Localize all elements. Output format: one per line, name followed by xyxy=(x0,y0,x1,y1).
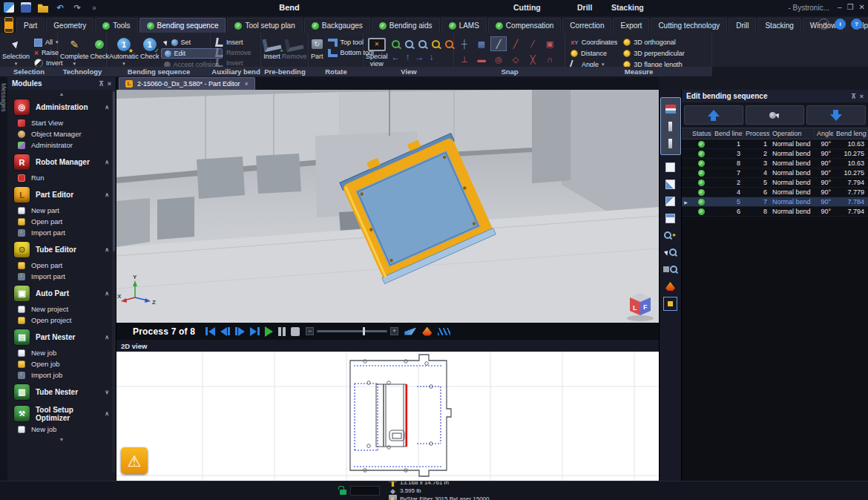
lock-button[interactable] xyxy=(340,486,380,496)
sidebar-item[interactable]: Run xyxy=(11,172,112,183)
iso-view-3-button[interactable] xyxy=(662,194,679,208)
canvas-2d[interactable] xyxy=(116,352,681,481)
ribbon-tab[interactable]: Bending aids xyxy=(372,18,440,33)
ribbon-tab[interactable]: Tool setup plan xyxy=(227,18,302,33)
rotate-part-button[interactable]: Part xyxy=(311,35,323,60)
snap-intersection-icon[interactable] xyxy=(525,52,541,67)
measure-distance-button[interactable]: Distance xyxy=(571,49,617,57)
pan-down-icon[interactable]: ↓ xyxy=(430,53,434,62)
step-back-button[interactable] xyxy=(220,327,230,336)
sidebar-group-header[interactable]: Tool Setup Optimizer xyxy=(11,404,112,424)
move-down-button[interactable] xyxy=(806,105,866,125)
table-row[interactable]: 3 2 Normal bend 90° 10.275 xyxy=(682,149,868,159)
pin-icon[interactable]: ⊼ xyxy=(99,80,104,88)
zoom-in-icon[interactable] xyxy=(392,40,400,48)
app-icon[interactable] xyxy=(4,2,14,13)
snap-endpoint-icon[interactable] xyxy=(507,36,524,51)
sidebar-item[interactable]: Administrator xyxy=(11,139,112,151)
selection-button[interactable]: Selection▾ xyxy=(2,35,30,68)
snap-region-icon[interactable] xyxy=(542,36,558,51)
sidebar-item[interactable]: Import part xyxy=(11,271,112,282)
slider-thumb[interactable] xyxy=(363,327,365,335)
zoom-select-button[interactable] xyxy=(662,245,679,260)
ribbon-tab[interactable]: Tools xyxy=(95,18,137,33)
sidebar-item[interactable]: Import job xyxy=(11,369,112,381)
chevron-icon[interactable] xyxy=(105,334,109,341)
show-die-button[interactable] xyxy=(662,102,679,116)
sidebar-item[interactable]: Import part xyxy=(11,227,112,238)
remove-auxiliary-button[interactable]: Remove xyxy=(213,48,254,57)
snap-quadrant-icon[interactable] xyxy=(507,52,524,67)
ribbon-tab[interactable]: Cutting technology xyxy=(651,18,727,33)
simulation-icon[interactable] xyxy=(438,328,450,335)
sidebar-item[interactable]: Open project xyxy=(11,315,112,326)
snap-tangent-icon[interactable] xyxy=(542,52,558,67)
table-row[interactable]: 8 3 Normal bend 90° 10.63 xyxy=(682,159,868,168)
chevron-icon[interactable] xyxy=(105,246,109,253)
measure-3d-orthogonal-button[interactable]: 3D orthogonal xyxy=(623,38,685,46)
insert-auxiliary-button[interactable]: Insert xyxy=(213,38,254,47)
table-row[interactable]: 6 8 Normal bend 90° 7.794 xyxy=(682,207,868,217)
sidebar-group-header[interactable]: Tube Editor xyxy=(11,240,112,260)
chevron-icon[interactable] xyxy=(105,191,109,198)
save-icon[interactable] xyxy=(21,2,31,13)
upload-icon[interactable]: ↑ xyxy=(818,19,829,30)
snap-grid-icon[interactable] xyxy=(473,36,490,51)
sidebar-item[interactable]: New job xyxy=(11,424,112,435)
snap-perpendicular-icon[interactable] xyxy=(456,52,473,67)
table-row[interactable]: 5 7 Normal bend 90° 7.784 xyxy=(682,197,868,207)
document-tab[interactable]: 2-15060-0_Dx_3.580* - Part Editor × xyxy=(119,77,255,90)
table-row[interactable]: 7 4 Normal bend 90° 10.275 xyxy=(682,168,868,178)
scroll-up-icon[interactable]: ▲ xyxy=(11,91,112,97)
measure-3d-perpendicular-button[interactable]: 3D perpendicular xyxy=(623,49,685,57)
chevron-icon[interactable] xyxy=(105,290,109,297)
table-row[interactable]: 2 5 Normal bend 90° 7.794 xyxy=(682,178,868,188)
ribbon-tab[interactable]: Export xyxy=(613,18,649,33)
chevron-icon[interactable] xyxy=(105,389,109,395)
close-button[interactable]: ✕ xyxy=(859,3,865,11)
module-drill[interactable]: Drill xyxy=(577,3,592,12)
open-folder-icon[interactable] xyxy=(38,2,48,13)
sidebar-group-header[interactable]: Part Editor xyxy=(11,185,112,205)
show-collisions-button[interactable] xyxy=(662,279,679,294)
sidebar-item[interactable]: New job xyxy=(11,347,112,358)
snap-line-icon[interactable] xyxy=(490,36,507,51)
snap-center-icon[interactable] xyxy=(490,52,507,67)
undo-icon[interactable]: ↶ xyxy=(55,2,65,13)
pan-up-icon[interactable]: ↑ xyxy=(406,53,410,62)
ribbon-tab[interactable]: Compensation xyxy=(488,18,561,33)
ribbon-tab[interactable]: Correction xyxy=(562,18,611,33)
stop-button[interactable] xyxy=(291,327,300,336)
table-row[interactable]: 1 1 Normal bend 90° 10.63 xyxy=(682,139,868,149)
complete-button[interactable]: ✎ Complete▾ xyxy=(60,35,89,68)
sidebar-group-header[interactable]: Part Nester xyxy=(11,327,112,347)
application-menu-button[interactable] xyxy=(4,17,13,33)
close-icon[interactable]: × xyxy=(245,80,249,88)
speed-slider[interactable] xyxy=(317,330,387,332)
iso-view-1-button[interactable] xyxy=(662,159,679,174)
iso-view-2-button[interactable] xyxy=(662,177,679,191)
pick-sequence-button[interactable] xyxy=(746,105,805,125)
snap-point-icon[interactable] xyxy=(456,36,473,51)
sidebar-item[interactable]: Object Manager xyxy=(11,128,112,139)
ribbon-tab[interactable]: Part xyxy=(16,18,45,33)
help-icon[interactable]: ? xyxy=(851,19,862,30)
zoom-out-icon[interactable] xyxy=(405,40,413,48)
zoom-all-button[interactable]: ★ xyxy=(662,228,679,243)
pin-icon[interactable]: ⊼ xyxy=(851,93,856,100)
zoom-selection-icon[interactable] xyxy=(445,40,453,48)
pan-right-icon[interactable]: → xyxy=(415,53,424,62)
insert-prebend-button[interactable]: + Insert xyxy=(263,35,280,60)
move-up-button[interactable] xyxy=(684,105,743,125)
snap-midpoint-icon[interactable] xyxy=(525,36,541,51)
close-icon[interactable]: × xyxy=(860,93,864,100)
orientation-cube[interactable]: L F xyxy=(627,293,654,321)
pan-left-icon[interactable]: ← xyxy=(392,53,401,62)
speed-increase-button[interactable]: + xyxy=(390,327,398,335)
automatic-sequence-button[interactable]: ★ Automatic▾ xyxy=(109,35,139,68)
skip-to-end-button[interactable] xyxy=(250,327,260,336)
sidebar-group-header[interactable]: Auto Part xyxy=(11,283,112,303)
sidebar-group-header[interactable]: Tube Nester xyxy=(11,382,112,402)
module-cutting[interactable]: Cutting xyxy=(513,3,541,12)
speed-decrease-button[interactable]: − xyxy=(306,327,314,335)
